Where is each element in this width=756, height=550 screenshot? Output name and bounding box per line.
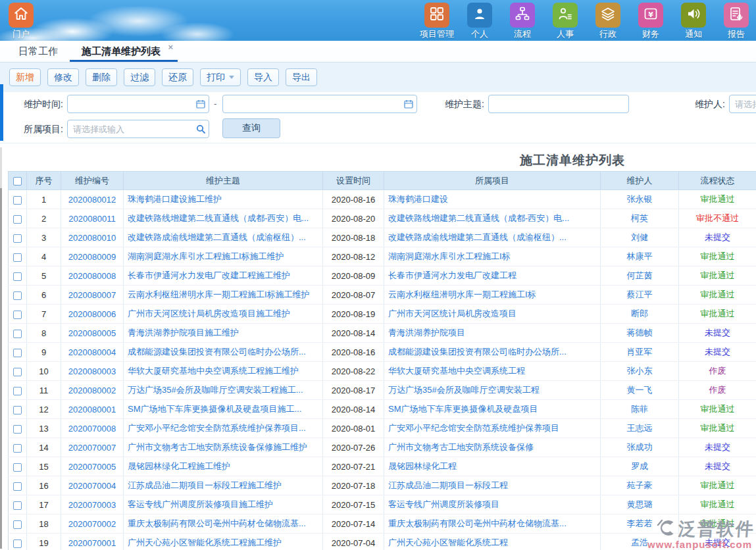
maintenance-subject-link[interactable]: SM广场地下车库更换摄像机及硬盘项目施工... — [128, 404, 301, 414]
export-button[interactable]: 导出 — [286, 68, 317, 86]
maintenance-code-link[interactable]: 2020080009 — [68, 252, 116, 262]
table-row[interactable]: 7 2020080006 广州市天河区统计局机房改造项目施工维护 2020-08… — [9, 305, 756, 324]
row-checkbox[interactable] — [13, 272, 22, 281]
maintenance-code-link[interactable]: 2020070001 — [68, 538, 116, 548]
project-link[interactable]: 华软大厦研究基地中央空调系统工程 — [388, 366, 525, 376]
project-link[interactable]: 万达广场35#会所及咖啡厅空调安装工程 — [388, 385, 540, 395]
row-checkbox[interactable] — [13, 463, 22, 472]
maintainer-link[interactable]: 黄思璐 — [627, 499, 653, 509]
project-link[interactable]: 广安邓小平纪念馆安全防范系统维护保养项目 — [388, 423, 559, 433]
project-link[interactable]: 客运专线广州调度所装修项目 — [388, 499, 499, 509]
maintainer-link[interactable]: 刘健 — [631, 232, 648, 242]
project-link[interactable]: 广州天心苑小区智能化系统工程 — [388, 538, 508, 547]
maintainer-link[interactable]: 蔡江平 — [627, 289, 653, 299]
print-button[interactable]: 打印 — [200, 68, 241, 86]
project-link[interactable]: 晟铭园林绿化工程 — [388, 461, 457, 471]
edit-button[interactable]: 修改 — [47, 68, 79, 86]
left-scrollbar-thumb[interactable] — [0, 188, 2, 549]
maintainer-link[interactable]: 罗成 — [631, 461, 648, 471]
row-checkbox[interactable] — [13, 368, 22, 376]
maintenance-subject-link[interactable]: 华软大厦研究基地中央空调系统工程施工维护 — [128, 366, 299, 376]
project-link[interactable]: 湖南洞庭湖水库引水工程施工I标 — [388, 251, 511, 261]
table-row[interactable]: 17 2020070003 客运专线广州调度所装修项目施工维护 2020-07-… — [9, 495, 756, 514]
maintainer-link[interactable]: 张永银 — [627, 194, 653, 204]
project-link[interactable]: 改建铁路线增建第二线直通线（成都-西安）电... — [388, 213, 569, 223]
row-checkbox[interactable] — [13, 387, 22, 395]
maintainer-link[interactable]: 黄一飞 — [627, 385, 653, 395]
maintenance-code-link[interactable]: 2020080010 — [68, 233, 116, 243]
row-checkbox[interactable] — [13, 425, 22, 434]
table-row[interactable]: 1 2020080012 珠海鹤港口建设施工维护 2020-08-16 珠海鹤港… — [9, 190, 756, 209]
maintenance-subject-link[interactable]: 重庆太极制药有限公司亳州中药材仓储物流基... — [128, 518, 306, 528]
row-checkbox[interactable] — [13, 253, 22, 262]
filter-button[interactable]: 过滤 — [124, 68, 155, 86]
maintainer-link[interactable]: 苑子豪 — [627, 480, 653, 490]
row-checkbox[interactable] — [13, 444, 22, 453]
maintenance-subject-link[interactable]: 青海洪湖养护院项目施工维护 — [128, 328, 239, 338]
maintainer-link[interactable]: 肖亚军 — [627, 347, 653, 357]
maintenance-subject-link[interactable]: 长春市伊通河水力发电厂改建工程施工维护 — [128, 270, 290, 280]
maintenance-subject-link[interactable]: 湖南洞庭湖水库引水工程施工I标施工维护 — [128, 251, 284, 261]
nav-item-personal[interactable]: 个人 — [463, 3, 497, 40]
table-row[interactable]: 16 2020070004 江苏成品油二期项目一标段工程施工维护 2020-07… — [9, 476, 756, 495]
project-link[interactable]: 云南水利枢纽潜明水库一期工程施工I标 — [388, 289, 536, 299]
nav-item-project-management[interactable]: 项目管理 — [420, 3, 454, 40]
project-link[interactable]: 珠海鹤港口建设 — [388, 194, 448, 204]
maintenance-subject-link[interactable]: 云南水利枢纽潜明水库一期工程施工I标施工维护 — [128, 289, 310, 299]
table-row[interactable]: 14 2020070007 广州市文物考古工地安防系统设备保修施工维护 2020… — [9, 438, 756, 457]
project-link[interactable]: 青海洪湖养护院项目 — [388, 328, 465, 338]
calendar-icon[interactable] — [196, 99, 205, 109]
panel-collapse-handle[interactable] — [0, 84, 3, 141]
maintainer-link[interactable]: 柯英 — [631, 213, 648, 223]
maintenance-code-link[interactable]: 2020070002 — [68, 519, 116, 529]
row-checkbox[interactable] — [13, 349, 22, 357]
maintenance-code-link[interactable]: 2020080011 — [68, 214, 115, 224]
maintain-time-start-input[interactable] — [67, 95, 209, 113]
row-checkbox[interactable] — [13, 330, 22, 338]
table-row[interactable]: 6 2020080007 云南水利枢纽潜明水库一期工程施工I标施工维护 2020… — [9, 286, 756, 305]
maintenance-code-link[interactable]: 2020070003 — [68, 500, 116, 510]
maintainer-link[interactable]: 何芷茵 — [627, 270, 653, 280]
maintenance-code-link[interactable]: 2020070004 — [68, 481, 116, 491]
row-checkbox[interactable] — [13, 520, 22, 529]
maintenance-subject-link[interactable]: 晟铭园林绿化工程施工维护 — [128, 461, 230, 471]
maintainer-link[interactable]: 王志远 — [627, 423, 653, 433]
maintenance-code-link[interactable]: 2020080007 — [68, 290, 116, 300]
nav-item-workflow[interactable]: 流程 — [505, 3, 540, 40]
nav-item-notice[interactable]: 通知 — [676, 3, 711, 40]
import-button[interactable]: 导入 — [247, 68, 279, 86]
maintenance-code-link[interactable]: 2020080004 — [68, 347, 116, 357]
maintainer-link[interactable]: 张小东 — [627, 366, 653, 376]
table-row[interactable]: 15 2020070005 晟铭园林绿化工程施工维护 2020-07-21 晟铭… — [9, 457, 756, 476]
tab-construction-list[interactable]: 施工清单维护列表 × — [70, 41, 178, 62]
nav-item-finance[interactable]: ¥ 财务 — [634, 3, 668, 40]
query-button[interactable]: 查询 — [222, 118, 280, 138]
add-button[interactable]: 新增 — [9, 68, 41, 86]
maintenance-subject-link[interactable]: 广州天心苑小区智能化系统工程施工维护 — [128, 538, 282, 547]
project-link[interactable]: 长春市伊通河水力发电厂改建工程 — [388, 270, 517, 280]
project-link[interactable]: 成都能源建设集团投资有限公司临时办公场所... — [388, 347, 567, 357]
project-link[interactable]: 改建铁路成渝线增建第二直通线（成渝枢纽）... — [388, 232, 567, 242]
row-checkbox[interactable] — [13, 406, 22, 414]
project-input[interactable] — [67, 120, 209, 138]
project-link[interactable]: 广州市天河区统计局机房改造项目 — [388, 309, 517, 318]
maintain-time-end-input[interactable] — [222, 95, 417, 113]
table-row[interactable]: 3 2020080010 改建铁路成渝线增建第二直通线（成渝枢纽）... 202… — [9, 228, 756, 247]
project-link[interactable]: 广州市文物考古工地安防系统设备保修 — [388, 442, 534, 452]
project-link[interactable]: 江苏成品油二期项目一标段工程 — [388, 480, 508, 490]
nav-item-report[interactable]: 报告 — [719, 3, 753, 40]
table-row[interactable]: 11 2020080002 万达广场35#会所及咖啡厅空调安装工程施工... 2… — [9, 381, 756, 400]
row-checkbox[interactable] — [13, 501, 22, 510]
maintainer-input[interactable] — [729, 95, 756, 113]
maintenance-code-link[interactable]: 2020080002 — [68, 386, 116, 395]
maintenance-subject-link[interactable]: 成都能源建设集团投资有限公司临时办公场所... — [128, 347, 306, 357]
maintenance-subject-link[interactable]: 江苏成品油二期项目一标段工程施工维护 — [128, 480, 282, 490]
calendar-icon[interactable] — [404, 99, 413, 109]
maintenance-code-link[interactable]: 2020080005 — [68, 328, 116, 338]
row-checkbox[interactable] — [13, 196, 22, 205]
maintenance-code-link[interactable]: 2020080008 — [68, 271, 116, 281]
maintenance-code-link[interactable]: 2020080012 — [68, 195, 116, 205]
table-row[interactable]: 5 2020080008 长春市伊通河水力发电厂改建工程施工维护 2020-08… — [9, 266, 756, 286]
delete-button[interactable]: 删除 — [86, 68, 117, 86]
maintenance-code-link[interactable]: 2020080001 — [68, 405, 116, 414]
